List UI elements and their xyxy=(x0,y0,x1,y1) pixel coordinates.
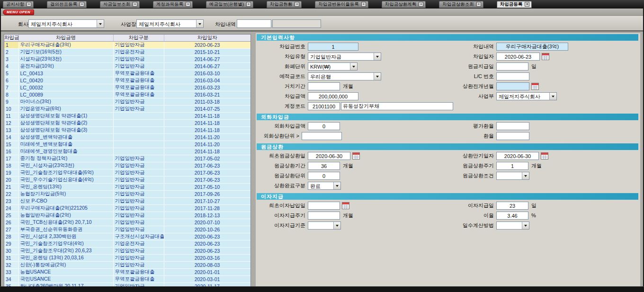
repay-complete-select[interactable]: 완료 xyxy=(308,182,341,190)
loan-desc-search-input[interactable] xyxy=(237,19,271,28)
company-select[interactable]: 제일저지주식회사 xyxy=(28,19,104,28)
principal-unit-field[interactable] xyxy=(308,172,340,180)
table-row[interactable]: 11 삼성생명단체보험 약관대출(1) 2014-11-18 xyxy=(4,113,250,120)
table-row[interactable]: 15 미래에셋_변액보험대출 2014-11-20 xyxy=(4,141,250,148)
tab-close-icon[interactable]: × xyxy=(295,2,299,7)
pre-repay-month-field[interactable] xyxy=(496,82,529,90)
tab-close-icon[interactable]: × xyxy=(186,2,190,7)
table-row[interactable]: 12 삼성생명단체보험 약관대출(2) 2014-11-18 xyxy=(4,120,250,127)
first-interest-date-field[interactable] xyxy=(308,202,340,210)
loan-date-field[interactable] xyxy=(496,53,540,61)
interest-cycle-field[interactable] xyxy=(308,212,340,220)
table-row[interactable]: 4 운전자금(10억) 기업일반자금 2014-06-27 xyxy=(4,63,250,70)
loan-type-select[interactable]: 기업일반자금 xyxy=(308,53,381,61)
tab[interactable]: 차입금현황 × xyxy=(267,1,302,8)
currency-select[interactable]: KRW(₩) xyxy=(308,62,358,71)
table-row[interactable]: 31 국민_온렌딩 (13억) 20,03,16 기업일반자금 2020-03-… xyxy=(4,255,250,262)
loan-no-field[interactable] xyxy=(308,43,358,51)
day-count-label: 일수계산방법 xyxy=(398,221,494,230)
interest-pay-day-field[interactable] xyxy=(496,202,528,210)
table-row[interactable]: 22 농협장기차입금(5억) 기업일반자금 2017-09-26 xyxy=(4,191,250,198)
principal-pay-day-field[interactable] xyxy=(496,62,528,71)
table-row[interactable]: 8 LC_00089 무역포괄금융대출 2016-03-21 xyxy=(4,91,250,98)
day-count-select[interactable] xyxy=(496,221,529,230)
table-row[interactable]: 5 LC_00413 무역포괄금융대출 2016-03-10 xyxy=(4,70,250,77)
table-row[interactable]: 2 기업기보(16억5천) 기업운전자금 2015-10-21 xyxy=(4,49,250,56)
table-row[interactable]: 33 농협USANCE 무역포괄금융대출 2020-01-01 xyxy=(4,269,250,276)
table-row[interactable]: 6 LC_00420 무역포괄금융대출 2016-03-04 xyxy=(4,77,250,84)
tab[interactable]: 자금일보조회 × xyxy=(100,1,140,8)
table-row[interactable]: 7 LC_00032 무역포괄금융대출 2016-03-23 xyxy=(4,84,250,91)
table-row[interactable]: 25 농협일반자금대출(2억) 기업일반자금 2018-12-13 xyxy=(4,212,250,219)
tab-close-icon[interactable]: × xyxy=(476,2,481,7)
table-row[interactable]: 20 국민_우수기술기업신용대출(4억) 기업일반자금 2017-06-23 xyxy=(4,177,250,184)
table-row[interactable]: 28 국민_시설대 2,330백만원 구조개선시설자금대출 2020-06-23 xyxy=(4,233,250,240)
loan-amount-field[interactable] xyxy=(308,92,358,100)
table-row[interactable]: 34 국민USANCE 무역포괄금융대출 2020-03-01 xyxy=(4,276,250,283)
eval-rate-field[interactable] xyxy=(496,122,529,130)
col-header-name: 차입금명 xyxy=(18,35,113,42)
table-row[interactable]: 1 우리구매자금대출(3억) 기업일반자금 2020-06-23 xyxy=(4,42,250,49)
grace-period-field[interactable] xyxy=(308,82,340,90)
cell-type: 기업일반자금 xyxy=(113,63,164,70)
tab[interactable]: 차입금상환계획 × xyxy=(382,1,426,8)
table-row[interactable]: 18 국민_시설자금(23억3천) 기업일반자금 2017-06-23 xyxy=(4,162,250,169)
tab-close-icon[interactable]: × xyxy=(361,2,366,7)
table-row[interactable]: 13 삼성생명단체보험 약관대출(3) 2014-11-18 xyxy=(4,127,250,134)
fx-amount-field[interactable] xyxy=(308,122,340,130)
table-row[interactable]: 23 신보 P-CBO 기업일반자금 2017-10-27 xyxy=(4,198,250,205)
tab-close-icon[interactable]: × xyxy=(246,2,251,7)
tab[interactable]: 차입금등록 × xyxy=(497,1,532,8)
tab-close-icon[interactable]: × xyxy=(525,2,529,7)
tab-close-icon[interactable]: × xyxy=(419,2,423,7)
tab[interactable]: 차입금상환조회 × xyxy=(439,1,483,8)
tab[interactable]: 공지사항 × xyxy=(3,1,34,8)
menu-open-button[interactable]: MENU OPEN xyxy=(3,9,34,15)
table-row[interactable]: 29 국민_기술창조기업우대(4억) 기업운전자금 2020-06-23 xyxy=(4,240,250,248)
calendar-icon[interactable] xyxy=(541,152,548,159)
cell-name: 국민_우수기술기업신용대출(4억) xyxy=(18,177,113,184)
account-code-field[interactable] xyxy=(308,102,340,110)
calendar-icon[interactable] xyxy=(342,202,349,209)
interest-rate-field[interactable] xyxy=(496,212,528,220)
calendar-icon[interactable] xyxy=(542,53,549,60)
table-row[interactable]: 3 시설자금(23억3천) 기업일반자금 2014-06-27 xyxy=(4,56,250,63)
principal-period-field[interactable] xyxy=(308,162,340,170)
table-row[interactable]: 16 미래에셋_경영인보험대출 2014-11-18 xyxy=(4,148,250,155)
account-name-field[interactable] xyxy=(341,102,453,110)
table-row[interactable]: 27 부국증권_선순위유동화증권 기업일반자금 2020-10-26 xyxy=(4,226,250,233)
lc-number-field[interactable] xyxy=(496,72,529,80)
tab[interactable]: 예금일보(은행별) × xyxy=(206,1,253,8)
exchange-rate-field[interactable] xyxy=(496,132,529,140)
loan-desc-search-input2[interactable] xyxy=(272,19,321,28)
table-row[interactable]: 9 마이너스(3억) 기업일반자금 2011-03-18 xyxy=(4,98,250,106)
interest-basis-select[interactable] xyxy=(308,221,341,230)
tab-close-icon[interactable]: × xyxy=(80,2,84,7)
division-select[interactable]: 제일저지주식회사 xyxy=(496,92,557,100)
loan-desc-field[interactable] xyxy=(496,43,568,51)
first-principal-date-field[interactable] xyxy=(308,152,350,160)
table-row[interactable]: 21 국민_온렌딩(13억) 기업일반자금 2017-05-10 xyxy=(4,184,250,191)
table-row[interactable]: 30 국민_기술창조우대(2억) 20,6,23 기업일반자금 2020-06-… xyxy=(4,248,250,255)
table-row[interactable]: 10 기업운영자금(6억) 기업일반자금 2014-07-25 xyxy=(4,106,250,113)
tab-close-icon[interactable]: × xyxy=(133,2,137,7)
tab-close-icon[interactable]: × xyxy=(27,2,31,7)
table-row[interactable]: 17 중기청 정책자금(1억) 기업일반자금 2017-05-02 xyxy=(4,155,250,162)
deposit-code-select[interactable]: 우리은행 xyxy=(308,72,381,80)
table-row[interactable]: 24 우리구매자금대출(2억)221205 기업일반자금 2017-11-28 xyxy=(4,205,250,212)
principal-cycle-field[interactable] xyxy=(496,162,528,170)
table-row[interactable]: 26 국민_TCB신용대출(2억) 20,7,10 기업일반자금 2020-07… xyxy=(4,219,250,226)
table-row[interactable]: 14 삼성생명_변액약관대출 2014-11-20 xyxy=(4,134,250,141)
maturity-date-field[interactable] xyxy=(496,152,539,160)
table-row[interactable]: 19 국민_기술창조기업우대대출(6억) 기업일반자금 2017-06-23 xyxy=(4,169,250,177)
calendar-icon[interactable] xyxy=(531,83,539,90)
tab[interactable]: 차입금변동이율등록 × xyxy=(315,1,368,8)
tab[interactable]: 계정과목등록 × xyxy=(153,1,193,8)
site-select[interactable]: 제일저지주식회사 xyxy=(136,19,204,28)
fx-repay-unit-field[interactable] xyxy=(302,132,342,140)
table-row[interactable]: 32 신한(-)통장예금(2억) 기업일반자금 2020-08-03 xyxy=(4,262,250,269)
tab[interactable]: 결의전표등록 × xyxy=(47,1,87,8)
principal-condition-select[interactable] xyxy=(496,172,529,180)
col-header-code: 차입금코드 xyxy=(4,35,18,42)
calendar-icon[interactable] xyxy=(352,152,360,159)
